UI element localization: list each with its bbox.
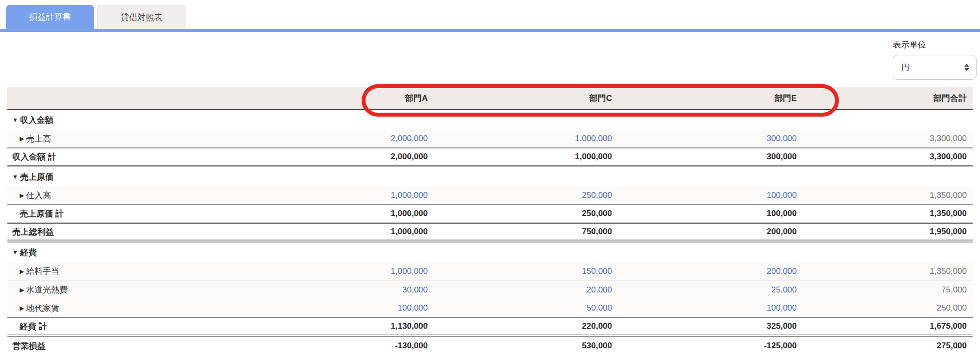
cogs-total-sum: 1,350,000 — [803, 205, 973, 222]
empty-cell — [803, 110, 973, 130]
sales-label[interactable]: ▶ 売上高 — [7, 130, 250, 147]
salary-dept-a-value[interactable]: 1,000,000 — [250, 262, 434, 280]
account-title: 給料手当 — [26, 266, 59, 277]
collapse-triangle-icon: ▼ — [12, 117, 18, 123]
cogs-total-dept-e: 100,000 — [618, 205, 803, 222]
row-revenue-total: 収入金額 計 2,000,000 1,000,000 300,000 3,300… — [7, 148, 973, 167]
section-title: 売上原価 — [20, 171, 53, 183]
row-sales: ▶ 売上高 2,000,000 1,000,000 300,000 3,300,… — [7, 130, 973, 148]
salary-dept-c-value[interactable]: 150,000 — [434, 262, 618, 280]
expenses-total-dept-c: 220,000 — [434, 318, 618, 335]
empty-cell — [618, 242, 803, 262]
cogs-section-label[interactable]: ▼ 売上原価 — [7, 167, 250, 187]
row-cogs-section: ▼ 売上原価 — [7, 167, 973, 187]
empty-cell — [434, 167, 618, 187]
expand-triangle-icon: ▶ — [20, 268, 24, 275]
cogs-total-dept-a: 1,000,000 — [250, 205, 434, 222]
cogs-total-label: 売上原価 計 — [7, 205, 250, 222]
rent-dept-e-value[interactable]: 100,000 — [618, 299, 803, 317]
expenses-total-dept-a: 1,130,000 — [250, 318, 434, 335]
sales-total-value: 3,300,000 — [803, 130, 973, 147]
revenue-total-dept-e: 300,000 — [618, 148, 803, 165]
collapse-triangle-icon: ▼ — [12, 173, 18, 180]
purchases-dept-c-value[interactable]: 250,000 — [434, 187, 618, 204]
section-title: 収入金額 — [20, 115, 53, 126]
row-purchases: ▶ 仕入高 1,000,000 250,000 100,000 1,350,00… — [7, 187, 973, 205]
row-revenue-section: ▼ 収入金額 — [7, 110, 973, 130]
report-tabs: 損益計算書 貸借対照表 — [6, 5, 186, 29]
account-title: 地代家賃 — [26, 303, 59, 314]
section-title: 経費 — [20, 247, 37, 258]
tab-balance-sheet[interactable]: 貸借対照表 — [97, 5, 186, 29]
empty-cell — [803, 242, 973, 262]
expand-triangle-icon: ▶ — [20, 287, 24, 293]
expand-triangle-icon: ▶ — [20, 192, 24, 199]
display-unit-label: 表示単位 — [893, 39, 977, 50]
expenses-total-label: 経費 計 — [7, 318, 250, 335]
empty-cell — [618, 167, 803, 187]
row-expenses-section: ▼ 経費 — [7, 242, 973, 262]
purchases-dept-a-value[interactable]: 1,000,000 — [250, 187, 434, 204]
row-utilities: ▶ 水道光熱費 30,000 20,000 25,000 75,000 — [7, 281, 973, 299]
table-header-row: 部門A 部門C 部門E 部門合計 — [7, 87, 973, 110]
sales-dept-c-value[interactable]: 1,000,000 — [434, 130, 618, 147]
row-gross-profit: 売上総利益 1,000,000 750,000 200,000 1,950,00… — [7, 224, 973, 242]
rent-dept-c-value[interactable]: 50,000 — [434, 299, 618, 317]
sales-dept-a-value[interactable]: 2,000,000 — [250, 130, 434, 147]
sales-dept-e-value[interactable]: 300,000 — [618, 130, 803, 147]
utilities-dept-e-value[interactable]: 25,000 — [618, 281, 803, 299]
revenue-total-label: 収入金額 計 — [7, 148, 250, 165]
row-salary: ▶ 給料手当 1,000,000 150,000 200,000 1,350,0… — [7, 262, 973, 281]
rent-total-value: 250,000 — [803, 299, 973, 317]
tab-profit-loss[interactable]: 損益計算書 — [6, 5, 94, 29]
salary-label[interactable]: ▶ 給料手当 — [7, 262, 250, 280]
empty-cell — [250, 167, 434, 187]
column-header-dept-total: 部門合計 — [803, 87, 973, 109]
gross-profit-sum: 1,950,000 — [803, 224, 973, 240]
empty-cell — [803, 167, 973, 187]
purchases-label[interactable]: ▶ 仕入高 — [7, 187, 250, 204]
rent-dept-a-value[interactable]: 100,000 — [250, 299, 434, 317]
salary-total-value: 1,350,000 — [803, 262, 973, 280]
empty-cell — [434, 242, 618, 262]
rent-label[interactable]: ▶ 地代家賃 — [7, 299, 250, 317]
account-title: 仕入高 — [26, 190, 51, 201]
column-header-dept-e: 部門E — [618, 87, 803, 109]
revenue-section-label[interactable]: ▼ 収入金額 — [7, 110, 250, 130]
column-header-dept-a: 部門A — [250, 87, 434, 109]
pl-table: 部門A 部門C 部門E 部門合計 ▼ 収入金額 ▶ 売上高 2,000,000 … — [7, 87, 973, 355]
row-operating-profit: 営業損益 -130,000 530,000 -125,000 275,000 — [7, 337, 973, 355]
row-expenses-total: 経費 計 1,130,000 220,000 325,000 1,675,000 — [7, 318, 973, 337]
cogs-total-dept-c: 250,000 — [434, 205, 618, 222]
operating-profit-dept-a: -130,000 — [250, 337, 434, 355]
collapse-triangle-icon: ▼ — [12, 249, 18, 256]
profit-loss-report-page: 損益計算書 貸借対照表 表示単位 円 部門A 部門C 部門E 部門合計 ▼ 収入… — [0, 0, 980, 363]
purchases-dept-e-value[interactable]: 100,000 — [618, 187, 803, 204]
salary-dept-e-value[interactable]: 200,000 — [618, 262, 803, 280]
operating-profit-sum: 275,000 — [803, 337, 973, 355]
gross-profit-dept-a: 1,000,000 — [250, 224, 434, 240]
utilities-dept-c-value[interactable]: 20,000 — [434, 281, 618, 299]
operating-profit-dept-e: -125,000 — [618, 337, 803, 355]
utilities-dept-a-value[interactable]: 30,000 — [250, 281, 434, 299]
display-unit-area: 表示単位 円 — [893, 39, 977, 80]
purchases-total-value: 1,350,000 — [803, 187, 973, 204]
revenue-total-dept-a: 2,000,000 — [250, 148, 434, 165]
row-cogs-total: 売上原価 計 1,000,000 250,000 100,000 1,350,0… — [7, 205, 973, 224]
gross-profit-dept-c: 750,000 — [434, 224, 618, 240]
tab-underline-bar — [0, 29, 980, 32]
utilities-label[interactable]: ▶ 水道光熱費 — [7, 281, 250, 299]
display-unit-select[interactable]: 円 — [893, 55, 977, 80]
expenses-total-dept-e: 325,000 — [618, 318, 803, 335]
utilities-total-value: 75,000 — [803, 281, 973, 299]
expenses-section-label[interactable]: ▼ 経費 — [7, 242, 250, 262]
operating-profit-dept-c: 530,000 — [434, 337, 618, 355]
column-header-dept-c: 部門C — [434, 87, 618, 109]
gross-profit-dept-e: 200,000 — [618, 224, 803, 240]
column-header-account — [7, 87, 250, 109]
operating-profit-label: 営業損益 — [7, 337, 250, 355]
row-rent: ▶ 地代家賃 100,000 50,000 100,000 250,000 — [7, 299, 973, 318]
empty-cell — [434, 110, 618, 130]
revenue-total-sum: 3,300,000 — [803, 148, 973, 165]
display-unit-value: 円 — [901, 62, 909, 73]
